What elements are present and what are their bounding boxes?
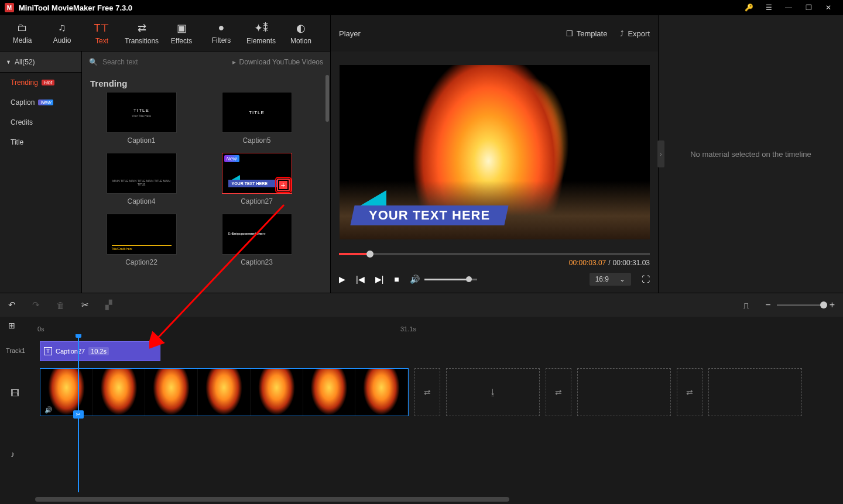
app-title: MiniTool MovieMaker Free 7.3.0 [19, 4, 132, 12]
title-bar: M MiniTool MovieMaker Free 7.3.0 🔑 ☰ — ❐… [0, 0, 843, 15]
video-clip[interactable]: 🔊 [40, 368, 409, 416]
audio-track-icon: ♪ [11, 449, 15, 459]
close-button[interactable]: ✕ [818, 0, 838, 15]
time-current: 00:00:03.07 [569, 259, 606, 267]
transition-placeholder[interactable]: ⇄ [677, 368, 702, 416]
crop-button[interactable]: ▞ [105, 300, 112, 310]
export-icon: ⤴ [620, 29, 624, 38]
category-title[interactable]: Title [0, 132, 81, 152]
tab-elements[interactable]: ✦⁑Elements [241, 19, 281, 47]
tab-filters[interactable]: ●Filters [201, 19, 241, 47]
next-frame-button[interactable]: ▶| [375, 275, 384, 284]
thumb-caption5[interactable]: TITLE Caption5 [205, 92, 308, 145]
audio-track[interactable] [40, 443, 838, 464]
volume-slider[interactable] [424, 279, 477, 280]
library-panel: 🗀Media ♫Audio T⊤Text ⇄Transitions ▣Effec… [0, 15, 331, 293]
redo-button[interactable]: ↷ [32, 300, 40, 310]
clip-placeholder[interactable]: ⭳ [446, 368, 540, 416]
thumb-caption22[interactable]: Title/Credit here Caption22 [90, 214, 193, 266]
thumb-caption1[interactable]: TITLE Your Title Here Caption1 [90, 92, 193, 145]
upgrade-icon[interactable]: 🔑 [739, 0, 759, 15]
zoom-out-button[interactable]: − [765, 300, 770, 310]
hot-badge: Hot [42, 80, 54, 85]
folder-icon: 🗀 [17, 22, 28, 34]
search-input[interactable] [102, 58, 228, 66]
scrubber-handle[interactable] [366, 251, 373, 258]
clip-duration: 10.2s [88, 347, 109, 355]
player-panel: Player ❒Template ⤴Export YOUR TEXT HERE … [331, 15, 659, 293]
category-caption[interactable]: CaptionNew [0, 92, 81, 112]
menu-icon[interactable]: ☰ [759, 0, 779, 15]
clip-audio-icon[interactable]: 🔊 [43, 406, 54, 414]
main-tabs: 🗀Media ♫Audio T⊤Text ⇄Transitions ▣Effec… [0, 15, 330, 52]
delete-button[interactable]: 🗑 [56, 300, 65, 310]
category-all[interactable]: ▼All(52) [0, 52, 81, 73]
aspect-ratio-select[interactable]: 16:9⌄ [590, 273, 631, 286]
library-content: 🔍 ▸ Download YouTube Videos Trending TIT… [82, 52, 330, 293]
thumb-caption4[interactable]: MAIN TITLE MAIN TITLE MAIN TITLE MAIN TI… [90, 153, 193, 205]
template-icon: ❒ [566, 29, 573, 38]
tab-motion[interactable]: ◐Motion [281, 19, 321, 47]
chevron-down-icon: ⌄ [619, 275, 625, 283]
snap-button[interactable]: ⎍ [743, 300, 749, 310]
transition-placeholder[interactable]: ⇄ [414, 368, 440, 416]
tab-media[interactable]: 🗀Media [2, 19, 42, 47]
minimize-button[interactable]: — [779, 0, 799, 15]
thumb-caption27[interactable]: New YOUR TEXT HERE + Caption27 [205, 153, 308, 205]
split-button[interactable]: ✂ [81, 300, 89, 310]
collapse-panel-button[interactable]: › [657, 140, 664, 167]
track1-label: Track1 [6, 347, 25, 354]
tab-transitions[interactable]: ⇄Transitions [122, 19, 162, 47]
video-track-icon: 🎞 [11, 388, 19, 398]
undo-button[interactable]: ↶ [8, 300, 16, 310]
clip-name: Caption27 [56, 348, 85, 355]
tab-effects[interactable]: ▣Effects [162, 19, 201, 47]
category-sidebar: ▼All(52) TrendingHot CaptionNew Credits … [0, 52, 82, 293]
timeline-panel: ↶ ↷ 🗑 ✂ ▞ ⎍ − + ⊞ 0s 31.1s ✂ Track1 T Ca… [0, 293, 843, 504]
library-scrollbar[interactable] [325, 75, 329, 122]
thumb-caption23[interactable]: Enter your name hereEnter your name here… [205, 214, 308, 266]
inspector-panel: › No material selected on the timeline [659, 15, 843, 293]
timeline-tracks[interactable]: ✂ Track1 T Caption27 10.2s 🎞 🔊 ⇄ ⭳ ⇄ ⇄ ♪ [0, 334, 843, 504]
fullscreen-button[interactable]: ⛶ [642, 275, 650, 284]
add-track-button[interactable]: ⊞ [8, 321, 21, 330]
zoom-in-button[interactable]: + [830, 300, 835, 310]
add-to-timeline-button[interactable]: + [277, 179, 290, 191]
youtube-icon: ▸ [232, 58, 236, 66]
tab-text[interactable]: T⊤Text [82, 19, 122, 47]
time-total: 00:00:31.03 [613, 259, 650, 267]
playhead[interactable]: ✂ [78, 334, 79, 492]
clip-placeholder[interactable] [577, 368, 671, 416]
zoom-slider[interactable]: − + [765, 300, 835, 310]
text-icon: T⊤ [94, 22, 110, 35]
volume-icon[interactable]: 🔊 [410, 275, 420, 284]
scrubber[interactable] [339, 253, 650, 255]
new-badge: New [224, 155, 239, 162]
split-marker-icon[interactable]: ✂ [73, 410, 84, 419]
transition-placeholder[interactable]: ⇄ [546, 368, 571, 416]
chevron-down-icon: ▼ [6, 59, 11, 65]
export-button[interactable]: ⤴Export [620, 29, 650, 38]
elements-icon: ✦⁑ [254, 22, 268, 35]
prev-frame-button[interactable]: |◀ [356, 275, 365, 284]
motion-icon: ◐ [296, 22, 306, 35]
template-button[interactable]: ❒Template [566, 29, 608, 38]
stop-button[interactable]: ■ [394, 275, 399, 284]
tab-audio[interactable]: ♫Audio [42, 19, 82, 47]
play-button[interactable]: ▶ [339, 275, 345, 284]
caption-clip[interactable]: T Caption27 10.2s [40, 341, 160, 361]
text-clip-icon: T [44, 347, 52, 355]
category-credits[interactable]: Credits [0, 112, 81, 132]
preview-viewport[interactable]: YOUR TEXT HERE [340, 65, 650, 239]
new-badge: New [38, 100, 53, 105]
effects-icon: ▣ [177, 22, 187, 35]
inspector-empty-label: No material selected on the timeline [690, 150, 811, 159]
download-youtube-button[interactable]: ▸ Download YouTube Videos [232, 58, 323, 66]
timeline-scrollbar[interactable] [35, 497, 509, 502]
music-icon: ♫ [58, 22, 66, 34]
volume-knob[interactable] [466, 276, 472, 282]
maximize-button[interactable]: ❐ [799, 0, 818, 15]
category-trending[interactable]: TrendingHot [0, 73, 81, 92]
clip-placeholder[interactable] [708, 368, 802, 416]
player-label: Player [339, 29, 361, 38]
